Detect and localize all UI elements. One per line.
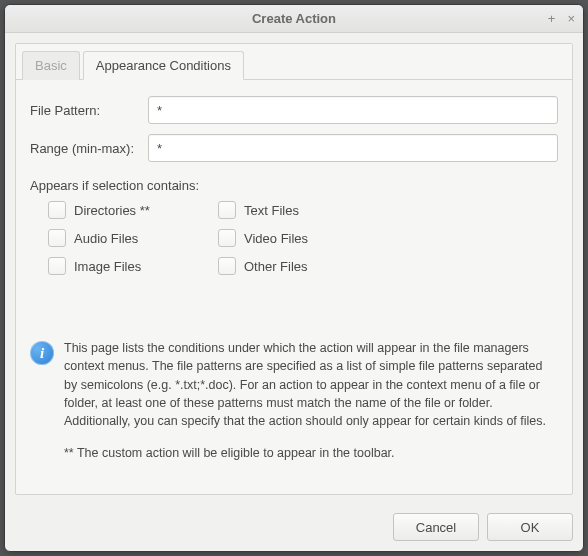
checkbox-icon <box>48 257 66 275</box>
file-pattern-label: File Pattern: <box>30 103 148 118</box>
cancel-button[interactable]: Cancel <box>393 513 479 541</box>
dialog-window: Create Action + × Basic Appearance Condi… <box>4 4 584 552</box>
close-icon[interactable]: × <box>565 11 577 26</box>
window-title: Create Action <box>5 11 583 26</box>
checkbox-audio-files[interactable]: Audio Files <box>48 229 218 247</box>
maximize-icon[interactable]: + <box>546 11 558 26</box>
window-controls: + × <box>546 5 577 32</box>
file-pattern-row: File Pattern: <box>30 96 558 124</box>
tab-basic[interactable]: Basic <box>22 51 80 80</box>
info-block: i This page lists the conditions under w… <box>30 335 558 484</box>
checkbox-label: Text Files <box>244 203 299 218</box>
file-pattern-input[interactable] <box>148 96 558 124</box>
range-row: Range (min-max): <box>30 134 558 162</box>
info-paragraph: This page lists the conditions under whi… <box>64 339 558 430</box>
checkbox-image-files[interactable]: Image Files <box>48 257 218 275</box>
info-footnote: ** The custom action will be eligible to… <box>64 444 558 462</box>
checkbox-text-files[interactable]: Text Files <box>218 201 388 219</box>
checkbox-icon <box>48 229 66 247</box>
checkbox-video-files[interactable]: Video Files <box>218 229 388 247</box>
dialog-content: Basic Appearance Conditions File Pattern… <box>15 43 573 495</box>
checkbox-other-files[interactable]: Other Files <box>218 257 388 275</box>
titlebar: Create Action + × <box>5 5 583 33</box>
checkbox-label: Video Files <box>244 231 308 246</box>
appearance-pane: File Pattern: Range (min-max): Appears i… <box>16 80 572 494</box>
checkbox-label: Audio Files <box>74 231 138 246</box>
checkbox-directories[interactable]: Directories ** <box>48 201 218 219</box>
ok-button[interactable]: OK <box>487 513 573 541</box>
checkbox-icon <box>218 229 236 247</box>
checkbox-label: Image Files <box>74 259 141 274</box>
tab-bar: Basic Appearance Conditions <box>16 44 572 80</box>
contains-label: Appears if selection contains: <box>30 178 558 193</box>
tab-appearance-conditions[interactable]: Appearance Conditions <box>83 51 244 80</box>
checkbox-label: Other Files <box>244 259 308 274</box>
contains-grid: Directories ** Text Files Audio Files Vi… <box>30 201 558 275</box>
info-text: This page lists the conditions under whi… <box>64 339 558 476</box>
checkbox-icon <box>218 201 236 219</box>
range-input[interactable] <box>148 134 558 162</box>
info-icon: i <box>30 341 54 365</box>
checkbox-icon <box>218 257 236 275</box>
checkbox-icon <box>48 201 66 219</box>
dialog-footer: Cancel OK <box>5 505 583 551</box>
checkbox-label: Directories ** <box>74 203 150 218</box>
range-label: Range (min-max): <box>30 141 148 156</box>
